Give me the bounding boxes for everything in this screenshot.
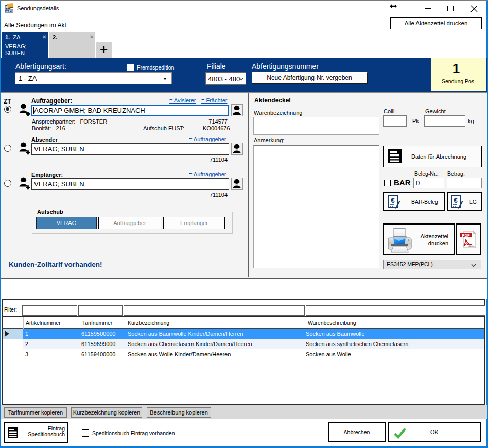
svg-text:€: € [454, 196, 458, 204]
svg-text:€: € [391, 196, 395, 204]
svg-text:PDF: PDF [462, 233, 470, 238]
svg-text:12345: 12345 [5, 9, 13, 12]
svg-text:Adobe: Adobe [468, 245, 475, 247]
